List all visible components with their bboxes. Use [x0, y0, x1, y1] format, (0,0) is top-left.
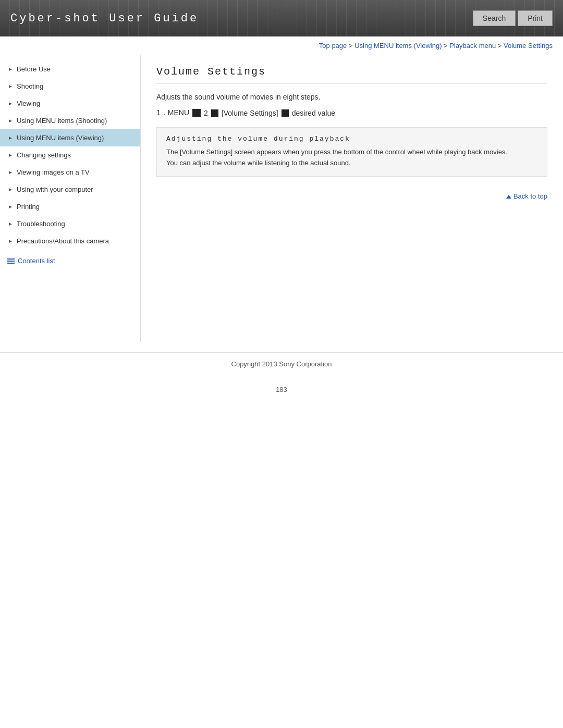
sidebar-item-menu-viewing[interactable]: ► Using MENU items (Viewing): [0, 129, 140, 146]
chevron-right-icon: ►: [7, 187, 14, 193]
step2-icon-block: [211, 109, 218, 117]
chevron-right-icon: ►: [7, 118, 14, 124]
chevron-right-icon: ►: [7, 66, 14, 72]
sidebar-item-viewing[interactable]: ► Viewing: [0, 95, 140, 112]
chevron-right-icon: ►: [7, 238, 14, 244]
sidebar-item-shooting[interactable]: ► Shooting: [0, 78, 140, 95]
note-title: Adjusting the volume during playback: [166, 135, 537, 143]
chevron-right-icon: ►: [7, 152, 14, 158]
sidebar-item-label: Precautions/About this camera: [17, 237, 133, 245]
triangle-up-icon: [506, 195, 511, 199]
page-number: 183: [0, 375, 563, 404]
sidebar-item-printing[interactable]: ► Printing: [0, 198, 140, 215]
sidebar-item-label: Using MENU items (Shooting): [17, 117, 133, 125]
chevron-right-icon: ►: [7, 204, 14, 210]
breadcrumb-sep1: >: [347, 42, 354, 50]
chevron-right-icon: ►: [7, 83, 14, 90]
volume-icon-block: [282, 109, 289, 117]
sidebar-item-troubleshooting[interactable]: ► Troubleshooting: [0, 215, 140, 232]
sidebar-item-changing-settings[interactable]: ► Changing settings: [0, 146, 140, 164]
sidebar-item-label: Changing settings: [17, 151, 133, 159]
sidebar-item-before-use[interactable]: ► Before Use: [0, 60, 140, 78]
note-line2: You can adjust the volume while listenin…: [166, 158, 537, 169]
chevron-right-icon: ►: [7, 135, 14, 141]
page-header: Cyber-shot User Guide Search Print: [0, 0, 563, 36]
breadcrumb-playback-link[interactable]: Playback menu: [449, 42, 496, 50]
sidebar-item-menu-shooting[interactable]: ► Using MENU items (Shooting): [0, 112, 140, 129]
sidebar-item-tv[interactable]: ► Viewing images on a TV: [0, 164, 140, 181]
contents-list-label: Contents list: [18, 257, 55, 265]
back-to-top-label: Back to top: [513, 192, 547, 200]
menu-icon-block: [192, 109, 201, 117]
search-button[interactable]: Search: [473, 10, 516, 26]
sidebar-item-label: Before Use: [17, 65, 133, 73]
sidebar-item-precautions[interactable]: ► Precautions/About this camera: [0, 232, 140, 250]
instruction-prefix: 1．MENU: [156, 108, 189, 118]
instruction-suffix: desired value: [292, 109, 335, 117]
copyright-text: Copyright 2013 Sony Corporation: [231, 360, 332, 368]
note-line1: The [Volume Settings] screen appears whe…: [166, 147, 537, 158]
sidebar-item-label: Troubleshooting: [17, 220, 133, 228]
header-buttons: Search Print: [473, 10, 553, 26]
description-text: Adjusts the sound volume of movies in ei…: [156, 93, 547, 101]
page-title: Volume Settings: [156, 66, 547, 83]
sidebar-item-label: Viewing images on a TV: [17, 168, 133, 176]
sidebar-item-label: Shooting: [17, 82, 133, 90]
instruction-volume: [Volume Settings]: [222, 109, 278, 117]
footer: Copyright 2013 Sony Corporation: [0, 352, 563, 375]
breadcrumb-viewing-link[interactable]: Using MENU items (Viewing): [354, 42, 442, 50]
list-icon: [7, 258, 15, 264]
sidebar-item-label: Viewing: [17, 100, 133, 107]
breadcrumb: Top page > Using MENU items (Viewing) > …: [0, 36, 563, 55]
sidebar-item-label: Using with your computer: [17, 186, 133, 193]
back-to-top: Back to top: [156, 192, 547, 200]
chevron-right-icon: ►: [7, 101, 14, 107]
contents-list-link[interactable]: Contents list: [0, 252, 140, 270]
content-area: Volume Settings Adjusts the sound volume…: [141, 55, 563, 216]
breadcrumb-sep2: >: [442, 42, 450, 50]
sidebar-item-label: Using MENU items (Viewing): [17, 134, 133, 142]
breadcrumb-top-link[interactable]: Top page: [319, 42, 347, 50]
note-box: Adjusting the volume during playback The…: [156, 127, 547, 177]
chevron-right-icon: ►: [7, 169, 14, 176]
chevron-right-icon: ►: [7, 221, 14, 227]
sidebar-item-computer[interactable]: ► Using with your computer: [0, 181, 140, 198]
sidebar: ► Before Use ► Shooting ► Viewing ► Usin…: [0, 55, 141, 342]
sidebar-item-label: Printing: [17, 203, 133, 211]
instruction-row: 1．MENU 2 [Volume Settings] desired value: [156, 108, 547, 118]
back-to-top-link[interactable]: Back to top: [506, 192, 547, 200]
breadcrumb-current-link[interactable]: Volume Settings: [504, 42, 553, 50]
instruction-step2: 2: [204, 109, 208, 117]
breadcrumb-sep3: >: [496, 42, 504, 50]
site-title: Cyber-shot User Guide: [10, 12, 199, 25]
main-layout: ► Before Use ► Shooting ► Viewing ► Usin…: [0, 55, 563, 342]
print-button[interactable]: Print: [518, 10, 553, 26]
